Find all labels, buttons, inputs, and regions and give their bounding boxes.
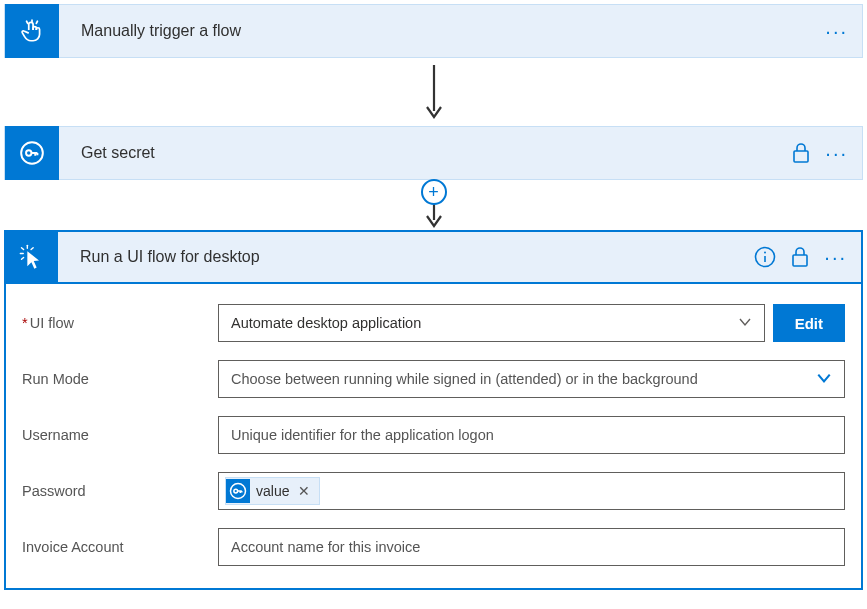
svg-point-2 [26, 150, 31, 155]
secret-menu-button[interactable]: ··· [825, 143, 848, 163]
invoice-label: Invoice Account [22, 539, 218, 555]
keyvault-icon [226, 479, 250, 503]
trigger-title: Manually trigger a flow [59, 22, 825, 40]
svg-point-12 [764, 252, 766, 254]
runmode-select[interactable]: Choose between running while signed in (… [218, 360, 845, 398]
svg-point-15 [234, 489, 238, 493]
password-input[interactable]: value ✕ [218, 472, 845, 510]
secret-title: Get secret [59, 144, 791, 162]
edit-button[interactable]: Edit [773, 304, 845, 342]
invoice-placeholder: Account name for this invoice [231, 539, 420, 555]
add-step-button[interactable]: + [421, 179, 447, 205]
chevron-down-icon [738, 315, 752, 332]
secret-value-token[interactable]: value ✕ [225, 477, 320, 505]
password-label: Password [22, 483, 218, 499]
trigger-menu-button[interactable]: ··· [825, 21, 848, 41]
uiflow-menu-button[interactable]: ··· [824, 247, 847, 267]
secure-lock-icon[interactable] [790, 246, 810, 268]
trigger-step-card[interactable]: Manually trigger a flow ··· [4, 4, 863, 58]
svg-rect-13 [793, 255, 807, 266]
connector-arrow [4, 58, 863, 126]
username-input[interactable]: Unique identifier for the application lo… [218, 416, 845, 454]
uiflow-select[interactable]: Automate desktop application [218, 304, 765, 342]
username-placeholder: Unique identifier for the application lo… [231, 427, 494, 443]
cursor-click-icon [6, 231, 58, 283]
uiflow-title: Run a UI flow for desktop [58, 248, 754, 266]
svg-line-6 [22, 248, 24, 250]
svg-rect-3 [794, 151, 808, 162]
secure-lock-icon[interactable] [791, 142, 811, 164]
runmode-label: Run Mode [22, 371, 218, 387]
remove-token-button[interactable]: ✕ [295, 483, 313, 499]
uiflow-select-value: Automate desktop application [231, 315, 421, 331]
invoice-account-input[interactable]: Account name for this invoice [218, 528, 845, 566]
username-label: Username [22, 427, 218, 443]
keyvault-icon [5, 126, 59, 180]
uiflow-details-panel: *UI flow Automate desktop application Ed… [4, 284, 863, 590]
svg-line-7 [31, 248, 33, 250]
chevron-down-icon [816, 370, 832, 389]
info-icon[interactable] [754, 246, 776, 268]
connector-with-add: + [4, 180, 863, 230]
get-secret-step-card[interactable]: Get secret ··· [4, 126, 863, 180]
runmode-placeholder: Choose between running while signed in (… [231, 371, 698, 387]
svg-line-9 [22, 257, 24, 259]
touch-icon [5, 4, 59, 58]
token-label: value [256, 483, 289, 499]
uiflow-step-card[interactable]: Run a UI flow for desktop ··· [4, 230, 863, 284]
uiflow-label: *UI flow [22, 315, 218, 331]
